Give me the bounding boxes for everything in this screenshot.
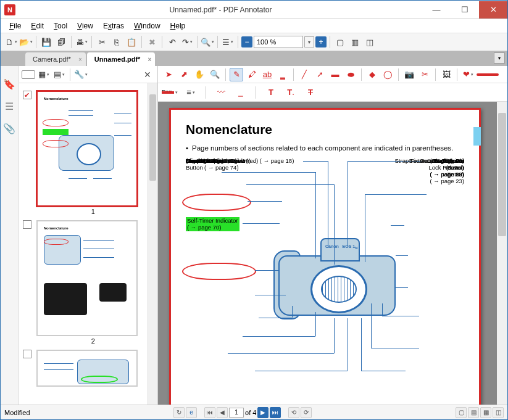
- close-button[interactable]: ✕: [479, 1, 507, 19]
- thumbnails-close-button[interactable]: ✕: [140, 70, 155, 80]
- zoom-dropdown[interactable]: ▾: [304, 36, 314, 47]
- arrow-tool[interactable]: ➚: [313, 68, 327, 81]
- save-as-button[interactable]: 🗐: [54, 35, 68, 49]
- thumb-layout-button[interactable]: ▦: [37, 68, 51, 81]
- page-tab-marker: [473, 127, 481, 146]
- favorites-button[interactable]: ❤: [461, 68, 475, 81]
- zoom-tool[interactable]: 🔍: [208, 68, 222, 81]
- eraser-tool[interactable]: ◆: [365, 68, 379, 81]
- camera-diagram: Canon EOS 1N Lens Attachment Mark (red) …: [186, 158, 464, 386]
- page-fit-button[interactable]: ▢: [333, 35, 347, 49]
- find-button[interactable]: 🔍: [201, 35, 214, 49]
- color-picker[interactable]: [162, 86, 178, 99]
- thumb-tools-button[interactable]: 🔧: [74, 68, 88, 81]
- ellipse-tool[interactable]: ⬬: [344, 68, 357, 81]
- two-page-button[interactable]: ◫: [363, 35, 377, 49]
- menu-file[interactable]: File: [6, 20, 25, 31]
- cut-button[interactable]: ✂: [95, 35, 109, 49]
- nav-prev-button[interactable]: ◀: [217, 407, 228, 418]
- text-tool-t2[interactable]: T.: [284, 86, 298, 99]
- minimize-button[interactable]: —: [422, 1, 451, 19]
- doc-heading: Nomenclature: [186, 122, 464, 137]
- tab-close-icon[interactable]: ×: [78, 56, 82, 63]
- thumb-number: 1: [36, 208, 150, 215]
- view-book-button[interactable]: ◫: [493, 407, 504, 418]
- thumbnails-panel: ▦ ▤ 🔧 ✕ ✔ Nomenclature: [19, 66, 158, 405]
- select-tool[interactable]: ⬈: [177, 68, 191, 81]
- nav-back-button[interactable]: ⟲: [288, 407, 299, 418]
- width-picker[interactable]: ≡: [184, 86, 198, 99]
- print-button[interactable]: 🖶: [75, 35, 88, 49]
- menu-edit[interactable]: Edit: [27, 20, 48, 31]
- view-facing-button[interactable]: ▦: [480, 407, 491, 418]
- annotation-highlight-selftimer: Self-Timer Indicator( → page 70): [186, 217, 239, 231]
- editor-scrollbar[interactable]: [497, 102, 507, 405]
- nav-refresh-button[interactable]: ↻: [173, 407, 185, 418]
- lasso-erase-tool[interactable]: ◯: [381, 68, 394, 81]
- straight-mode[interactable]: ⎯: [234, 86, 248, 99]
- line-tool[interactable]: ╱: [298, 68, 311, 81]
- underline-tool[interactable]: ⎯: [276, 68, 289, 81]
- thumb-view-button[interactable]: ▤: [52, 68, 66, 81]
- thumb-checkbox[interactable]: [23, 350, 31, 358]
- snapshot-tool[interactable]: 📷: [402, 68, 416, 81]
- nav-forward-button[interactable]: ⟳: [301, 407, 312, 418]
- bookmarks-button[interactable]: ☰: [221, 35, 235, 49]
- pointer-tool[interactable]: ➤: [162, 68, 175, 81]
- page-number-input[interactable]: [229, 408, 244, 418]
- pen-tool[interactable]: ✎: [230, 68, 243, 81]
- image-tool[interactable]: 🖼: [439, 68, 453, 81]
- paste-button[interactable]: 📋: [125, 35, 138, 49]
- tab-label: Camera.pdf*: [33, 56, 71, 63]
- tab-close-icon[interactable]: ×: [148, 56, 151, 63]
- zoom-control: − ▾ +: [241, 36, 327, 48]
- menu-window[interactable]: Window: [130, 20, 164, 31]
- delete-button[interactable]: ✖: [145, 35, 159, 49]
- nav-last-button[interactable]: ⏭: [270, 407, 281, 418]
- pan-tool[interactable]: ✋: [193, 68, 206, 81]
- select-all-checkbox[interactable]: [22, 70, 35, 79]
- view-continuous-button[interactable]: ▤: [468, 407, 479, 418]
- copy-button[interactable]: ⎘: [110, 35, 123, 49]
- marker-tool[interactable]: 🖍: [245, 68, 259, 81]
- canvas-viewport[interactable]: Nomenclature •Page numbers of sections r…: [158, 102, 507, 405]
- thumb-checkbox[interactable]: [23, 220, 31, 229]
- nav-browser-button[interactable]: e: [186, 407, 197, 418]
- nav-first-button[interactable]: ⏮: [204, 407, 215, 418]
- undo-button[interactable]: ↶: [165, 35, 179, 49]
- thumb-checkbox[interactable]: ✔: [23, 91, 31, 99]
- redo-button[interactable]: ↷: [180, 35, 194, 49]
- menu-help[interactable]: Help: [167, 20, 189, 31]
- view-single-button[interactable]: ▢: [456, 407, 467, 418]
- tabs-overflow-button[interactable]: ▾: [494, 52, 505, 64]
- zoom-in-button[interactable]: +: [315, 36, 327, 47]
- menu-extras[interactable]: Extras: [99, 20, 128, 31]
- page-canvas[interactable]: Nomenclature •Page numbers of sections r…: [169, 108, 481, 405]
- menu-tool[interactable]: Tool: [50, 20, 71, 31]
- open-button[interactable]: 📂: [19, 35, 33, 49]
- thumbnail-page-3[interactable]: [36, 350, 150, 387]
- thumbnails-scrollbar[interactable]: [148, 83, 157, 405]
- zoom-out-button[interactable]: −: [241, 36, 252, 47]
- zoom-input[interactable]: [254, 36, 303, 48]
- text-tool-strike[interactable]: T: [304, 86, 317, 99]
- bookmark-icon[interactable]: 🔖: [4, 78, 15, 89]
- save-button[interactable]: 💾: [40, 35, 53, 49]
- maximize-button[interactable]: ☐: [451, 1, 479, 19]
- nav-next-button[interactable]: ▶: [257, 407, 269, 418]
- freehand-mode[interactable]: 〰: [214, 86, 228, 99]
- text-highlight-tool[interactable]: ab: [260, 68, 274, 81]
- text-tool-t1[interactable]: T: [264, 86, 278, 99]
- tab-camera[interactable]: Camera.pdf* ×: [25, 52, 86, 66]
- attachment-icon[interactable]: 📎: [4, 123, 15, 134]
- side-strip: 🔖 ☰ 📎: [1, 66, 19, 405]
- list-icon[interactable]: ☰: [4, 101, 15, 112]
- thumbnail-page-2[interactable]: Nomenclature 2: [36, 220, 150, 345]
- new-button[interactable]: 🗋: [4, 35, 18, 49]
- crop-tool[interactable]: ✂: [418, 68, 431, 81]
- tab-unnamed[interactable]: Unnamed.pdf* ×: [87, 52, 156, 66]
- page-width-button[interactable]: ▥: [348, 35, 362, 49]
- thumbnail-page-1[interactable]: ✔ Nomenclature 1: [36, 91, 150, 215]
- menu-view[interactable]: View: [73, 20, 97, 31]
- rectangle-tool[interactable]: ▬: [328, 68, 342, 81]
